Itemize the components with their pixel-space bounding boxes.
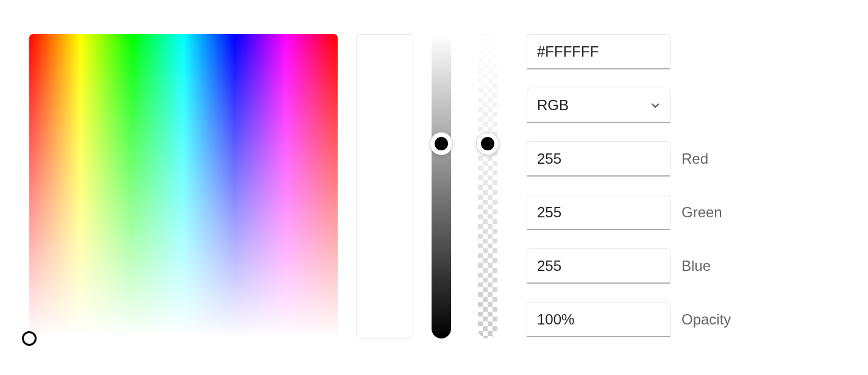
color-swatch-preview [356,34,413,338]
lightness-slider-handle[interactable] [430,132,453,155]
color-form: RGB Red Green Blue Opacity [527,34,731,337]
color-area[interactable] [29,34,338,338]
blue-input[interactable] [527,248,671,284]
chevron-down-icon [650,100,660,110]
colorspace-select-value: RGB [537,97,569,114]
blue-label: Blue [681,258,711,275]
sliders [432,34,497,338]
colorspace-select[interactable]: RGB [527,88,671,123]
alpha-slider[interactable] [478,34,497,338]
red-input[interactable] [527,141,671,177]
color-area-handle[interactable] [22,331,37,346]
hex-input[interactable] [527,34,671,69]
green-label: Green [681,204,722,221]
green-input[interactable] [527,195,671,230]
alpha-slider-handle[interactable] [476,132,499,155]
lightness-slider[interactable] [432,34,451,338]
color-picker: RGB Red Green Blue Opacity [29,34,731,338]
opacity-input[interactable] [527,302,671,337]
red-label: Red [681,150,708,167]
opacity-label: Opacity [681,311,731,328]
